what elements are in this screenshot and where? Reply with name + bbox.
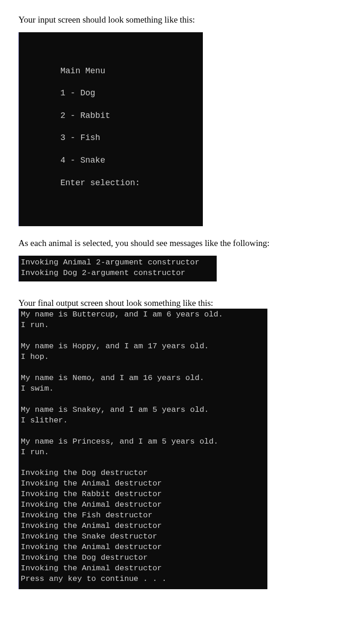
console-blank-line [21,394,264,405]
console-main-menu: Main Menu1 - Dog2 - Rabbit3 - Fish4 - Sn… [18,32,203,227]
menu-item: 2 - Rabbit [60,105,203,127]
console-line: Invoking the Animal destructor [21,563,264,574]
console-line: Invoking the Animal destructor [21,521,264,532]
console-blank-line [21,331,264,341]
console-line: My name is Princess, and I am 5 years ol… [21,437,264,447]
console-line: My name is Snakey, and I am 5 years old. [21,405,264,416]
console-line: Invoking the Dog destructor [21,553,264,563]
console-line: My name is Hoppy, and I am 17 years old. [21,341,264,352]
console-line: I swim. [21,384,264,394]
console-line: Invoking Dog 2-argument constructor [21,268,213,279]
console-line: I hop. [21,352,264,363]
console-constructors: Invoking Animal 2-argument constructorIn… [18,256,217,281]
console-line: Invoking Animal 2-argument constructor [21,258,213,268]
console-line: My name is Nemo, and I am 16 years old. [21,373,264,384]
console-line: Invoking the Animal destructor [21,500,264,510]
console-line: Invoking the Dog destructor [21,468,264,479]
intro-text-3: Your final output screen shout look some… [18,297,331,309]
console-blank-line [21,363,264,373]
menu-item: 4 - Snake [60,149,203,172]
console-line: I slither. [21,416,264,426]
console-line: Invoking the Snake destructor [21,532,264,542]
intro-text-2: As each animal is selected, you should s… [18,237,331,249]
menu-item: 1 - Dog [60,82,203,105]
console-line: Invoking the Animal destructor [21,479,264,489]
intro-text-1: Your input screen should look something … [18,14,331,26]
console-line: I run. [21,320,264,331]
console-line: I run. [21,447,264,458]
console-line: My name is Buttercup, and I am 6 years o… [21,310,264,320]
menu-prompt: Enter selection: [60,172,203,194]
console-line: Invoking the Animal destructor [21,542,264,553]
console-line: Invoking the Rabbit destructor [21,489,264,500]
console-continue-prompt: Press any key to continue . . . [21,574,264,585]
console-final-output: My name is Buttercup, and I am 6 years o… [18,309,267,589]
console-blank-line [21,457,264,468]
menu-title: Main Menu [60,60,203,82]
menu-item: 3 - Fish [60,127,203,149]
console-blank-line [21,426,264,437]
console-line: Invoking the Fish destructor [21,510,264,521]
